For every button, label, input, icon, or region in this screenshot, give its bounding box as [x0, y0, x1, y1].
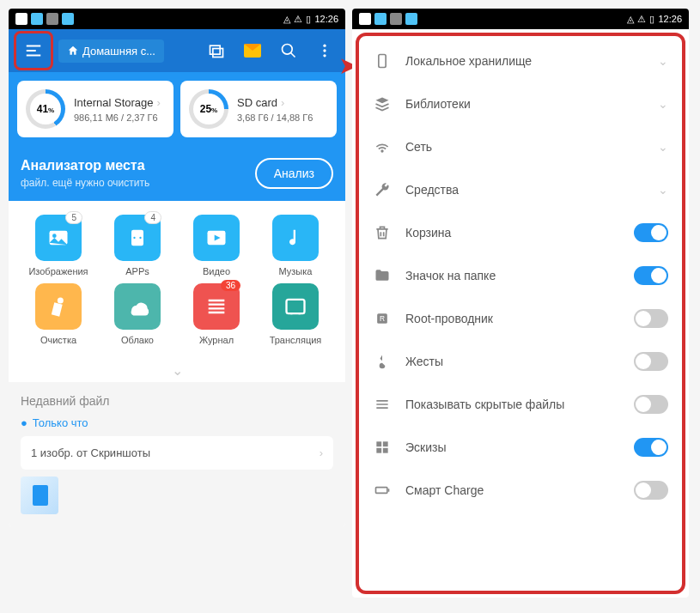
- toggle-switch[interactable]: [634, 481, 668, 500]
- more-icon[interactable]: [314, 40, 335, 61]
- sidebar-trash[interactable]: Корзина: [359, 211, 682, 254]
- svg-point-10: [139, 237, 141, 239]
- svg-rect-21: [383, 448, 388, 453]
- svg-rect-1: [213, 49, 223, 58]
- grid-APPs[interactable]: APPs4: [101, 215, 173, 276]
- window-icon[interactable]: [206, 40, 227, 61]
- sidebar-battery[interactable]: Смарт Charge: [359, 469, 682, 512]
- svg-rect-0: [210, 46, 221, 54]
- svg-point-5: [323, 54, 326, 57]
- battery-icon: [373, 481, 392, 500]
- sidebar-lines[interactable]: Показывать скрытые файлы: [359, 383, 682, 426]
- search-icon[interactable]: [278, 40, 299, 61]
- grid-Облако[interactable]: Облако: [101, 283, 173, 345]
- chevron-down-icon: ⌄: [658, 183, 668, 197]
- toggle-switch[interactable]: [634, 309, 668, 328]
- home-chip[interactable]: Домашняя с...: [58, 39, 164, 63]
- grid-Журнал[interactable]: Журнал36: [180, 283, 253, 345]
- grid-Музыка[interactable]: Музыка: [259, 215, 332, 276]
- toggle-switch[interactable]: [634, 438, 668, 457]
- sidebar-menu: Локальное хранилище⌄Библиотеки⌄Сеть⌄Сред…: [356, 33, 685, 594]
- clock: 12:26: [314, 14, 338, 24]
- sidebar-wifi[interactable]: Сеть⌄: [359, 125, 682, 168]
- top-bar: Домашняя с...: [9, 29, 345, 72]
- toggle-switch[interactable]: [634, 223, 668, 242]
- recent-thumbnail[interactable]: [21, 476, 58, 514]
- storage-internal[interactable]: 41% Internal Storage›986,11 М6 / 2,37 Г6: [17, 81, 173, 137]
- chevron-down-icon: ⌄: [658, 97, 668, 111]
- stack-icon: [373, 94, 392, 113]
- recent-header: Недавний файл: [21, 394, 333, 408]
- toggle-switch[interactable]: [634, 395, 668, 414]
- sidebar-phone[interactable]: Локальное хранилище⌄: [359, 39, 682, 82]
- svg-point-2: [283, 45, 293, 55]
- svg-rect-22: [376, 488, 387, 494]
- svg-point-9: [133, 237, 135, 239]
- menu-button[interactable]: [14, 31, 53, 70]
- svg-rect-19: [383, 441, 388, 446]
- svg-point-12: [58, 298, 64, 304]
- svg-rect-18: [376, 441, 381, 446]
- root-icon: R: [373, 309, 392, 328]
- svg-point-4: [323, 49, 326, 52]
- grid-Изображения[interactable]: Изображения5: [22, 215, 94, 276]
- lines-icon: [373, 395, 392, 414]
- phone-icon: [373, 52, 392, 70]
- expand-grid[interactable]: ⌄: [9, 359, 345, 382]
- trash-icon: [373, 223, 392, 242]
- chevron-down-icon: ⌄: [658, 140, 668, 154]
- svg-rect-8: [131, 230, 143, 246]
- svg-rect-20: [376, 448, 381, 453]
- svg-rect-14: [379, 55, 386, 68]
- svg-rect-13: [287, 300, 305, 313]
- svg-point-7: [52, 234, 57, 238]
- grid-Трансляция[interactable]: Трансляция: [259, 283, 332, 345]
- sidebar-wrench[interactable]: Средства⌄: [359, 168, 682, 211]
- thumb-icon: [373, 438, 392, 457]
- wifi-icon: [373, 137, 392, 156]
- recent-item[interactable]: 1 изобр. от Скриншоты›: [21, 436, 333, 470]
- phone-left: ◬⚠▯12:26 Домашняя с... 41% Internal Stor…: [9, 9, 345, 526]
- analyzer-title: Анализатор места: [21, 158, 149, 173]
- phone-right: ◬⚠▯12:26 4,88 Г6 ИЗ узыка нсляция › Лока…: [352, 9, 689, 598]
- sidebar-root[interactable]: RRoot-проводник: [359, 297, 682, 340]
- toggle-switch[interactable]: [634, 266, 668, 285]
- grid-Очистка[interactable]: Очистка: [22, 283, 94, 345]
- sidebar-stack[interactable]: Библиотеки⌄: [359, 82, 682, 125]
- wrench-icon: [373, 180, 392, 199]
- folder-icon: [373, 266, 392, 285]
- svg-point-15: [381, 150, 383, 152]
- svg-text:R: R: [380, 314, 385, 323]
- sidebar-folder[interactable]: Значок на папке: [359, 254, 682, 297]
- grid-Видео[interactable]: Видео: [180, 215, 253, 276]
- svg-point-3: [323, 45, 326, 47]
- status-bar-2: ◬⚠▯12:26: [352, 9, 689, 29]
- storage-section: 41% Internal Storage›986,11 М6 / 2,37 Г6…: [9, 72, 345, 146]
- gesture-icon: [373, 352, 392, 371]
- sidebar-gesture[interactable]: Жесты: [359, 340, 682, 383]
- recent-section: Недавний файл ●Только что 1 изобр. от Ск…: [9, 382, 345, 526]
- analyzer-banner: Анализатор местафайл. ещё нужно очистить…: [9, 146, 345, 201]
- chevron-down-icon: ⌄: [658, 54, 668, 68]
- toggle-switch[interactable]: [634, 352, 668, 371]
- status-bar: ◬⚠▯12:26: [9, 9, 345, 29]
- sidebar-thumb[interactable]: Эскизы: [359, 426, 682, 469]
- analyze-button[interactable]: Анализ: [255, 158, 333, 189]
- category-grid: Изображения5APPs4ВидеоМузыкаОчисткаОблак…: [9, 201, 345, 359]
- storage-sd[interactable]: 25% SD card›3,68 Г6 / 14,88 Г6: [180, 81, 337, 137]
- mail-icon[interactable]: [242, 40, 263, 61]
